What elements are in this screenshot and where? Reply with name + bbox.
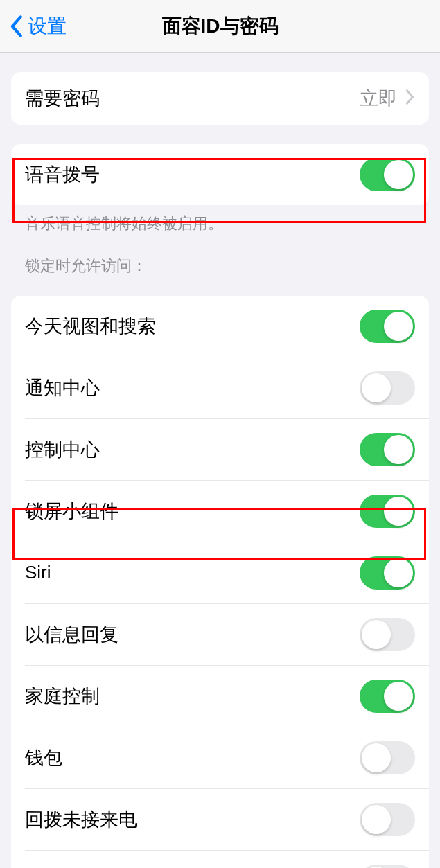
lock-access-item-label: 今天视图和搜索: [25, 314, 156, 339]
lock-access-item-label: 钱包: [25, 745, 62, 770]
back-button[interactable]: 设置: [0, 13, 67, 39]
row-lock-access-item: 回拨未接来电: [25, 788, 429, 850]
lock-access-item-toggle[interactable]: [360, 741, 415, 774]
lock-access-item-toggle[interactable]: [360, 680, 415, 713]
lock-access-item-toggle[interactable]: [360, 310, 415, 343]
row-lock-access-item: 通知中心: [25, 357, 429, 418]
chevron-right-icon: [405, 89, 415, 108]
lock-access-item-label: 锁屏小组件: [25, 499, 118, 524]
voice-dial-label: 语音拨号: [25, 162, 100, 187]
lock-access-item-toggle[interactable]: [360, 618, 415, 651]
row-lock-access-item: Siri: [25, 542, 429, 603]
require-passcode-label: 需要密码: [25, 86, 100, 111]
group-lock-access: 今天视图和搜索通知中心控制中心锁屏小组件Siri以信息回复家庭控制钱包回拨未接来…: [11, 296, 429, 868]
row-lock-access-item: 家庭控制: [25, 665, 429, 727]
row-lock-access-item: 今天视图和搜索: [11, 296, 429, 357]
require-passcode-value: 立即: [360, 86, 397, 111]
voice-dial-footer: 音乐语音控制将始终被启用。: [11, 205, 429, 235]
row-require-passcode[interactable]: 需要密码 立即: [11, 72, 429, 125]
row-voice-dial: 语音拨号: [11, 144, 429, 205]
lock-access-item-label: 控制中心: [25, 437, 100, 462]
navbar: 设置 面容ID与密码: [0, 0, 440, 53]
row-lock-access-item: USB配件: [25, 850, 429, 868]
row-lock-access-item: 以信息回复: [25, 603, 429, 665]
lock-access-item-label: Siri: [25, 562, 51, 583]
lock-access-item-toggle[interactable]: [360, 803, 415, 836]
row-lock-access-item: 钱包: [25, 727, 429, 788]
page-title: 面容ID与密码: [162, 13, 279, 39]
group-voice-dial: 语音拨号: [11, 144, 429, 205]
lock-access-item-toggle[interactable]: [360, 433, 415, 466]
voice-dial-toggle[interactable]: [360, 158, 415, 191]
group-require-passcode: 需要密码 立即: [11, 72, 429, 125]
lock-access-item-toggle[interactable]: [360, 495, 415, 528]
back-label: 设置: [28, 13, 67, 39]
lock-access-item-toggle[interactable]: [360, 556, 415, 590]
lock-access-item-label: 家庭控制: [25, 684, 100, 709]
row-lock-access-item: 锁屏小组件: [25, 480, 429, 542]
lock-access-item-label: 回拨未接来电: [25, 807, 137, 832]
chevron-left-icon: [8, 15, 24, 38]
lock-access-item-toggle[interactable]: [360, 865, 415, 868]
lock-access-item-toggle[interactable]: [360, 371, 415, 405]
section-header-lock-access: 锁定时允许访问：: [11, 235, 429, 283]
lock-access-item-label: 通知中心: [25, 375, 100, 400]
lock-access-item-label: 以信息回复: [25, 622, 118, 647]
row-lock-access-item: 控制中心: [25, 418, 429, 480]
